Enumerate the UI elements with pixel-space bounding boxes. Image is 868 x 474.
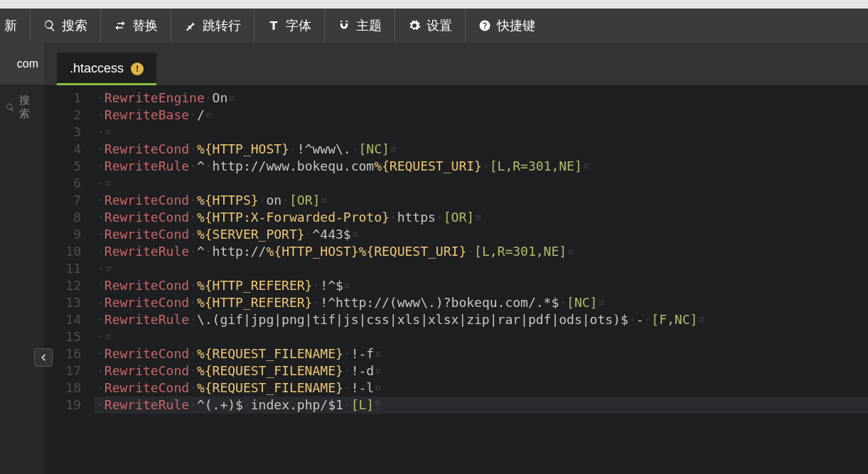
code-line[interactable]: ·¤ — [94, 260, 868, 277]
line-number: 15 — [44, 328, 81, 345]
line-number: 14 — [44, 311, 81, 328]
code-line[interactable]: ·RewriteCond·%{REQUEST_FILENAME}·!-d¤ — [94, 362, 868, 379]
sidebar-search[interactable]: 搜索 — [0, 85, 44, 129]
code-line[interactable]: ·¤ — [94, 328, 868, 345]
sidebar-domain-label: com — [17, 58, 38, 70]
goto-label: 跳转行 — [203, 17, 241, 34]
sidebar-domain-tab[interactable]: com — [0, 43, 44, 85]
code-line[interactable]: ·RewriteCond·%{HTTP_HOST}·!^www\.·[NC]¤ — [94, 141, 868, 158]
code-line[interactable]: ·RewriteCond·%{HTTP_REFERER}·!^http://(w… — [94, 294, 868, 311]
code-line[interactable]: ·RewriteRule·^·http://%{HTTP_HOST}%{REQU… — [94, 243, 868, 260]
code-line[interactable]: ·RewriteCond·%{SERVER_PORT}·^443$¤ — [94, 226, 868, 243]
code-line[interactable]: ·RewriteCond·%{HTTP_REFERER}·!^$¤ — [94, 277, 868, 294]
settings-label: 设置 — [427, 17, 452, 34]
code-line[interactable]: ·RewriteEngine·On¤ — [94, 90, 868, 107]
file-tabs: .htaccess ! — [44, 43, 868, 85]
search-label: 搜索 — [62, 17, 87, 34]
shortcut-button[interactable]: 快捷键 — [466, 9, 548, 43]
toolbar: 新 搜索 替换 跳转行 字体 主题 设置 快捷键 — [0, 9, 868, 43]
code-line[interactable]: ·RewriteCond·%{REQUEST_FILENAME}·!-l¤ — [94, 379, 868, 397]
code-line[interactable]: ·RewriteRule·\.(gif|jpg|png|tif|js|css|x… — [94, 311, 868, 328]
sidebar-collapse-button[interactable] — [34, 348, 53, 367]
sidebar: com 搜索 — [0, 43, 44, 474]
shortcut-label: 快捷键 — [497, 17, 535, 34]
line-number: 5 — [44, 158, 81, 175]
goto-button[interactable]: 跳转行 — [171, 9, 254, 43]
file-tab-htaccess[interactable]: .htaccess ! — [57, 53, 156, 85]
line-number: 7 — [44, 192, 81, 209]
line-number: 10 — [44, 243, 81, 260]
settings-button[interactable]: 设置 — [395, 9, 465, 43]
search-icon — [43, 19, 56, 32]
code-line[interactable]: ·RewriteCond·%{REQUEST_FILENAME}·!-f¤ — [94, 345, 868, 362]
font-button[interactable]: 字体 — [254, 9, 324, 43]
replace-icon — [114, 19, 127, 32]
search-button[interactable]: 搜索 — [31, 9, 100, 43]
code-line[interactable]: ·RewriteCond·%{HTTP:X-Forwarded-Proto}·h… — [94, 209, 868, 226]
help-icon — [478, 19, 491, 32]
line-number: 1 — [44, 90, 81, 107]
code-line[interactable]: ·¤ — [94, 175, 868, 192]
code-line[interactable]: ·¤ — [94, 124, 868, 141]
line-number: 18 — [44, 379, 81, 397]
line-number: 19 — [44, 397, 81, 414]
line-number: 3 — [44, 124, 81, 141]
pin-icon — [184, 19, 197, 32]
chevron-left-icon — [38, 352, 48, 362]
line-number: 6 — [44, 175, 81, 192]
line-number: 4 — [44, 141, 81, 158]
theme-button[interactable]: 主题 — [325, 9, 395, 43]
replace-label: 替换 — [132, 17, 158, 34]
replace-button[interactable]: 替换 — [101, 9, 171, 43]
font-icon — [267, 19, 280, 32]
line-number: 9 — [44, 226, 81, 243]
search-icon — [6, 102, 15, 112]
code-line[interactable]: ·RewriteRule·^·http://www.bokequ.com%{RE… — [94, 158, 868, 175]
new-label: 新 — [4, 17, 17, 34]
line-number: 12 — [44, 277, 81, 294]
code-editor[interactable]: 12345678910111213141516171819 ·RewriteEn… — [44, 85, 868, 474]
new-button[interactable]: 新 — [0, 9, 30, 43]
warning-icon: ! — [131, 63, 144, 75]
code-content[interactable]: ·RewriteEngine·On¤·RewriteBase·/¤·¤·Rewr… — [94, 85, 868, 474]
editor-area: .htaccess ! 1234567891011121314151617181… — [44, 43, 868, 474]
gear-icon — [408, 19, 421, 32]
theme-label: 主题 — [356, 17, 382, 34]
line-number-gutter: 12345678910111213141516171819 — [44, 85, 94, 474]
font-label: 字体 — [286, 17, 311, 34]
code-line[interactable]: ·RewriteRule·^(.+)$·index.php/$1·[L]¶ — [94, 397, 868, 414]
window-chrome-strip — [0, 0, 868, 9]
line-number: 11 — [44, 260, 81, 277]
file-tab-label: .htaccess — [70, 61, 124, 76]
code-line[interactable]: ·RewriteBase·/¤ — [94, 107, 868, 124]
code-line[interactable]: ·RewriteCond·%{HTTPS}·on·[OR]¤ — [94, 192, 868, 209]
line-number: 2 — [44, 107, 81, 124]
line-number: 8 — [44, 209, 81, 226]
magnet-icon — [338, 19, 350, 32]
sidebar-search-label: 搜索 — [19, 94, 38, 121]
line-number: 13 — [44, 294, 81, 311]
